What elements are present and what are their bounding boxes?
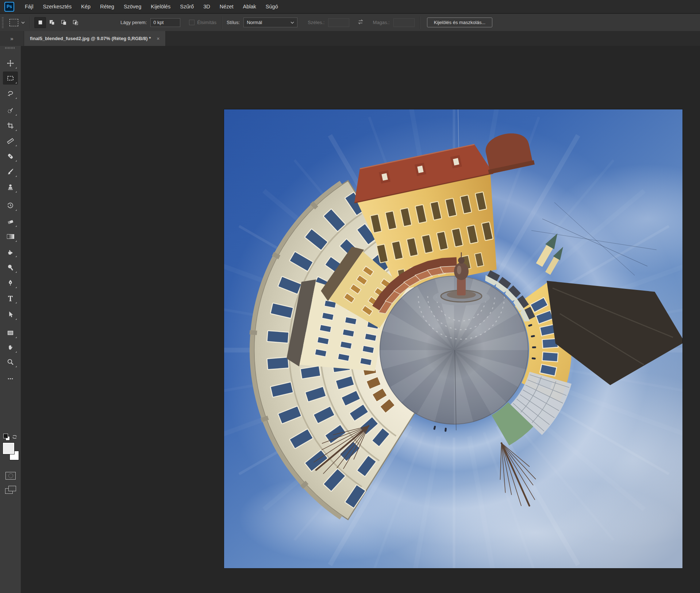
tab-bar-empty-space (166, 31, 700, 46)
style-label: Stílus: (227, 20, 240, 25)
menu-bar: Ps FájlSzerkesztésKépRétegSzövegKijelölé… (0, 0, 700, 13)
quick-mask-mode-button[interactable] (5, 472, 16, 480)
foreground-color-swatch[interactable] (3, 443, 14, 454)
tool-options-bar: Lágy perem: Élsimítás Stílus: Normál Szé… (0, 13, 700, 31)
path-selection-tool[interactable] (3, 308, 18, 321)
history-brush-tool[interactable] (3, 199, 18, 212)
tools-panel (0, 46, 21, 593)
feather-input[interactable] (150, 18, 180, 27)
smudge-tool[interactable] (3, 245, 18, 258)
antialias-label: Élsimítás (197, 20, 216, 25)
spot-healing-brush-tool[interactable] (3, 150, 18, 163)
rectangular-marquee-icon (9, 19, 18, 26)
options-bar-grip[interactable] (2, 16, 4, 29)
crop-tool[interactable] (3, 119, 18, 132)
separator (222, 16, 222, 29)
gradient-tool[interactable] (3, 230, 18, 243)
select-and-mask-button[interactable]: Kijelölés és maszkolás... (427, 18, 493, 27)
height-label: Magas.: (373, 20, 389, 25)
feather-label: Lágy perem: (120, 20, 147, 25)
subtract-from-selection-button[interactable] (58, 17, 69, 28)
lasso-tool[interactable] (3, 87, 18, 100)
menu-sz-r-[interactable]: Szűrő (175, 0, 199, 13)
default-colors-widget[interactable] (3, 433, 19, 441)
antialias-checkbox[interactable] (189, 20, 195, 25)
ruler-tool[interactable] (3, 134, 18, 147)
menu-n-zet[interactable]: Nézet (215, 0, 238, 13)
width-label: Széles.: (308, 20, 324, 25)
quick-selection-tool[interactable] (3, 104, 18, 117)
intersect-selection-button[interactable] (69, 17, 81, 28)
tools-panel-grip[interactable] (5, 47, 15, 49)
new-selection-button[interactable] (34, 17, 46, 28)
menu-sz-veg[interactable]: Szöveg (119, 0, 146, 13)
pasteboard[interactable] (21, 46, 700, 593)
screen-mode-button[interactable] (5, 486, 16, 495)
menu-f-jl[interactable]: Fájl (20, 0, 38, 13)
style-select-value: Normál (247, 20, 262, 25)
menu-ablak[interactable]: Ablak (238, 0, 261, 13)
chevron-down-icon (21, 22, 25, 24)
add-to-selection-button[interactable] (46, 17, 58, 28)
close-tab-icon[interactable]: × (157, 36, 159, 42)
pen-tool[interactable] (3, 276, 18, 289)
tiny-planet-photo (224, 109, 682, 568)
chevron-down-icon (291, 22, 294, 24)
tool-preset-picker[interactable] (9, 19, 25, 26)
menu-r-teg[interactable]: Réteg (95, 0, 119, 13)
swap-colors-icon[interactable] (12, 434, 18, 440)
hand-tool[interactable] (3, 341, 18, 354)
clone-stamp-tool[interactable] (3, 181, 18, 194)
menu-szerkeszt-s[interactable]: Szerkesztés (38, 0, 76, 13)
quick-mask-icon (8, 473, 13, 478)
dodge-tool[interactable] (3, 261, 18, 274)
photoshop-logo: Ps (4, 2, 14, 12)
swap-width-height-button[interactable] (357, 19, 364, 26)
brush-tool[interactable] (3, 165, 18, 178)
foreground-background-swatches[interactable] (3, 443, 20, 462)
edit-toolbar[interactable] (3, 372, 18, 385)
toolbar-collapse-button[interactable]: » (0, 31, 24, 46)
menu-k-p[interactable]: Kép (76, 0, 95, 13)
document-tab-bar: » final5_blended_fused2.jpg @ 9.07% (Rét… (0, 31, 700, 46)
style-select[interactable]: Normál (243, 18, 297, 27)
type-tool[interactable] (3, 291, 18, 305)
menu-kijel-l-s[interactable]: Kijelölés (146, 0, 175, 13)
document-tab-title: final5_blended_fused2.jpg @ 9.07% (Réteg… (30, 36, 151, 41)
menu-items: FájlSzerkesztésKépRétegSzövegKijelölésSz… (20, 0, 283, 13)
separator (420, 16, 420, 29)
document-tab[interactable]: final5_blended_fused2.jpg @ 9.07% (Réteg… (24, 31, 166, 46)
separator (30, 16, 31, 29)
mini-foreground-swatch (3, 434, 8, 438)
selection-mode-group (34, 17, 81, 28)
zoom-tool[interactable] (3, 355, 18, 368)
menu-3d[interactable]: 3D (199, 0, 215, 13)
height-input[interactable] (393, 18, 415, 27)
menu-s-g-[interactable]: Súgó (261, 0, 283, 13)
screen-mode-icon (8, 486, 16, 491)
document-canvas[interactable] (224, 109, 682, 568)
width-input[interactable] (328, 18, 349, 27)
move-tool[interactable] (3, 57, 18, 70)
rectangular-marquee-tool[interactable] (3, 71, 18, 85)
swap-arrows-icon (357, 19, 364, 25)
rectangle-tool[interactable] (3, 326, 18, 339)
eraser-tool[interactable] (3, 215, 18, 228)
